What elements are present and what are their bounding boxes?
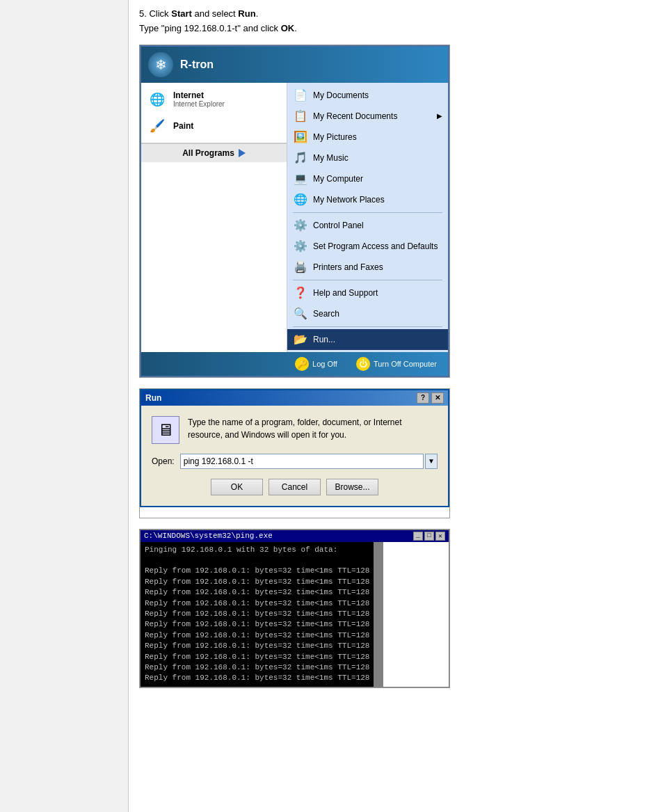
run-button-row: OK Cancel Browse... [152, 479, 438, 495]
start-menu: ❄ R-tron 🌐 Internet Intern [140, 45, 449, 377]
instruction-line1: 5. Click Start and select Run. [139, 8, 258, 19]
run-dropdown-button[interactable]: ▼ [425, 454, 438, 469]
start-item-printers-faxes[interactable]: 🖨️ Printers and Faxes [287, 257, 448, 278]
run-dialog: Run ? ✕ 🖥 Type the name of a program, fo… [140, 389, 449, 507]
cmd-output-line [145, 555, 369, 566]
right-panel-separator-3 [293, 326, 442, 327]
turn-off-label: Turn Off Computer [374, 360, 437, 368]
run-open-label: Open: [152, 456, 175, 466]
help-titlebar-button[interactable]: ? [417, 392, 429, 404]
run-browse-button[interactable]: Browse... [326, 479, 378, 495]
cmd-output-line: Reply from 192.168.0.1: bytes=32 time<1m… [145, 577, 369, 587]
cmd-output-line: Reply from 192.168.0.1: bytes=32 time<1m… [145, 609, 369, 619]
start-item-my-documents[interactable]: 📄 My Documents [287, 85, 448, 106]
cmd-output-line: Reply from 192.168.0.1: bytes=32 time<1m… [145, 566, 369, 576]
cmd-output-line: Reply from 192.168.0.1: bytes=32 time<1m… [145, 587, 369, 598]
run-label: Run... [313, 335, 335, 344]
start-item-my-recent-documents[interactable]: 📋 My Recent Documents ▶ [287, 106, 448, 127]
start-item-paint[interactable]: 🖌️ Paint [141, 113, 287, 139]
my-music-label: My Music [313, 153, 348, 163]
run-dialog-screenshot: Run ? ✕ 🖥 Type the name of a program, fo… [139, 388, 450, 518]
turn-off-button[interactable]: ⏻ Turn Off Computer [352, 356, 441, 372]
start-item-my-network-places[interactable]: 🌐 My Network Places [287, 189, 448, 210]
cmd-window: C:\WINDOWS\system32\ping.exe _ □ ✕ Pingi… [140, 530, 449, 687]
cmd-maximize-button[interactable]: □ [424, 532, 434, 541]
run-program-icon: 🖥 [152, 416, 179, 444]
control-panel-label: Control Panel [313, 221, 364, 230]
set-program-access-label: Set Program Access and Defaults [313, 241, 438, 251]
start-item-help-support[interactable]: ❓ Help and Support [287, 282, 448, 303]
run-open-row: Open: ▼ [152, 454, 438, 469]
help-support-label: Help and Support [313, 288, 378, 298]
start-menu-header: ❄ R-tron [141, 47, 448, 83]
log-off-label: Log Off [312, 360, 337, 368]
start-menu-username: R-tron [180, 58, 214, 71]
cmd-window-screenshot: C:\WINDOWS\system32\ping.exe _ □ ✕ Pingi… [139, 529, 450, 688]
start-item-set-program-access[interactable]: ⚙️ Set Program Access and Defaults [287, 236, 448, 257]
my-documents-label: My Documents [313, 90, 369, 100]
titlebar-controls: ? ✕ [417, 392, 444, 404]
start-menu-right-panel: 📄 My Documents 📋 My Recent Documents ▶ 🖼… [287, 83, 448, 352]
control-panel-icon: ⚙️ [293, 218, 308, 233]
run-ok-button[interactable]: OK [211, 479, 263, 495]
my-recent-documents-label: My Recent Documents [313, 111, 397, 121]
run-header-row: 🖥 Type the name of a program, folder, do… [152, 416, 438, 444]
instruction-block: 5. Click Start and select Run. Type "pin… [139, 7, 655, 36]
cmd-scrollbar[interactable] [374, 542, 383, 687]
cmd-controls: _ □ ✕ [413, 532, 445, 541]
log-off-button[interactable]: 🔑 Log Off [291, 356, 342, 372]
cmd-output: Pinging 192.168.0.1 with 32 bytes of dat… [141, 542, 374, 687]
cmd-output-line: Reply from 192.168.0.1: bytes=32 time<1m… [145, 598, 369, 609]
ie-icon: 🌐 [147, 89, 168, 110]
start-item-control-panel[interactable]: ⚙️ Control Panel [287, 215, 448, 236]
all-programs-button[interactable]: All Programs [141, 143, 287, 162]
start-item-my-pictures[interactable]: 🖼️ My Pictures [287, 127, 448, 148]
start-item-my-computer[interactable]: 💻 My Computer [287, 168, 448, 189]
run-dialog-title: Run [145, 393, 161, 403]
start-item-internet-explorer[interactable]: 🌐 Internet Internet Explorer [141, 86, 287, 113]
start-item-run[interactable]: 📂 Run... [287, 329, 448, 350]
all-programs-arrow-icon [239, 149, 246, 157]
start-item-search[interactable]: 🔍 Search [287, 303, 448, 324]
close-titlebar-button[interactable]: ✕ [431, 392, 444, 404]
help-support-icon: ❓ [293, 285, 308, 301]
cmd-output-line: Reply from 192.168.0.1: bytes=32 time<1m… [145, 673, 369, 683]
printers-faxes-label: Printers and Faxes [313, 262, 383, 272]
main-content: 5. Click Start and select Run. Type "pin… [129, 0, 665, 812]
instruction-line2: Type "ping 192.168.0.1-t" and click OK. [139, 23, 297, 33]
user-avatar-icon: ❄ [148, 52, 173, 77]
my-network-places-label: My Network Places [313, 195, 385, 205]
my-computer-icon: 💻 [293, 171, 308, 186]
my-recent-documents-icon: 📋 [293, 109, 308, 124]
search-icon: 🔍 [293, 306, 308, 321]
run-bold: Run [238, 8, 255, 19]
cmd-scrollbar-area: Pinging 192.168.0.1 with 32 bytes of dat… [141, 542, 449, 687]
run-command-input[interactable] [180, 454, 424, 469]
cmd-output-line: Reply from 192.168.0.1: bytes=32 time<1m… [145, 630, 369, 641]
start-item-my-music[interactable]: 🎵 My Music [287, 148, 448, 168]
my-network-places-icon: 🌐 [293, 192, 308, 207]
power-icon: ⏻ [356, 357, 370, 371]
paint-name: Paint [173, 121, 193, 131]
ie-subtitle: Internet Explorer [173, 100, 225, 108]
start-pinned-items: 🌐 Internet Internet Explorer 🖌️ [141, 83, 287, 143]
cmd-output-line: Reply from 192.168.0.1: bytes=32 time<1m… [145, 652, 369, 662]
cmd-close-button[interactable]: ✕ [435, 532, 445, 541]
cmd-title: C:\WINDOWS\system32\ping.exe [144, 532, 273, 540]
start-bold: Start [171, 8, 192, 19]
run-dialog-titlebar: Run ? ✕ [141, 390, 448, 406]
log-off-icon: 🔑 [295, 357, 309, 371]
search-label: Search [313, 309, 339, 319]
paint-icon: 🖌️ [147, 116, 168, 136]
my-music-icon: 🎵 [293, 150, 308, 166]
start-menu-left-panel: 🌐 Internet Internet Explorer 🖌️ [141, 83, 287, 352]
my-documents-icon: 📄 [293, 88, 308, 103]
cmd-output-line: Reply from 192.168.0.1: bytes=32 time<1m… [145, 641, 369, 651]
all-programs-label: All Programs [182, 148, 234, 158]
cmd-minimize-button[interactable]: _ [413, 532, 423, 541]
right-panel-separator-2 [293, 280, 442, 280]
left-column [0, 0, 129, 812]
run-cancel-button[interactable]: Cancel [269, 479, 321, 495]
cmd-titlebar: C:\WINDOWS\system32\ping.exe _ □ ✕ [141, 530, 449, 542]
ok-bold: OK [281, 23, 295, 33]
